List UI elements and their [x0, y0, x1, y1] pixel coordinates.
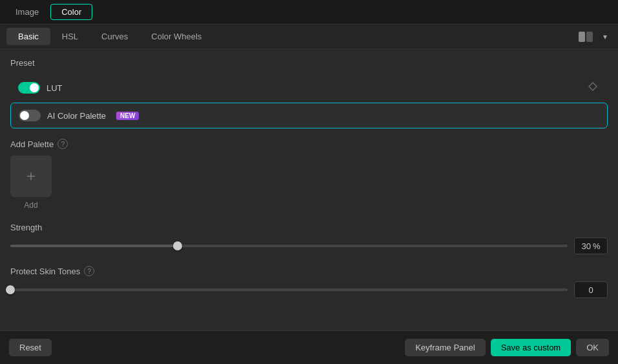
add-palette-item[interactable]: + Add — [10, 156, 52, 210]
strength-value-box[interactable]: 30 % — [574, 238, 608, 254]
lut-label: LUT — [46, 83, 63, 93]
tab-color[interactable]: Color — [50, 4, 92, 20]
svg-rect-0 — [579, 32, 585, 42]
strength-slider-row: 30 % — [10, 238, 608, 254]
reset-button[interactable]: Reset — [9, 339, 52, 356]
protect-skin-tones-label: Protect Skin Tones ? — [10, 266, 608, 276]
add-palette-grid: + Add — [10, 156, 608, 210]
protect-skin-tones-section: Protect Skin Tones ? 0 — [10, 266, 608, 298]
protect-skin-tones-slider-row: 0 — [10, 281, 608, 298]
protect-skin-tones-value-box[interactable]: 0 — [574, 281, 608, 298]
lut-toggle[interactable] — [18, 82, 40, 94]
keyframe-panel-button[interactable]: Keyframe Panel — [405, 339, 486, 356]
protect-skin-tones-info-icon[interactable]: ? — [84, 266, 94, 276]
strength-label: Strength — [10, 223, 608, 232]
secondary-tab-bar: Basic HSL Curves Color Wheels ▾ — [0, 25, 618, 49]
ai-color-palette-row: AI Color Palette NEW — [10, 103, 608, 128]
content-area: Preset LUT AI Color Palette NEW Add Pale… — [0, 49, 618, 346]
ok-button[interactable]: OK — [576, 339, 609, 356]
bottom-right-actions: Keyframe Panel Save as custom OK — [405, 339, 609, 356]
diamond-icon[interactable] — [588, 82, 600, 94]
ai-color-palette-toggle[interactable] — [19, 110, 41, 121]
protect-skin-tones-slider-thumb[interactable] — [6, 285, 15, 294]
strength-section: Strength 30 % — [10, 223, 608, 254]
split-view-icon[interactable] — [577, 30, 595, 44]
tab-curves[interactable]: Curves — [90, 28, 139, 45]
add-palette-info-icon[interactable]: ? — [57, 139, 68, 149]
protect-skin-tones-slider-track[interactable] — [10, 288, 568, 291]
new-badge: NEW — [116, 112, 139, 120]
add-palette-label: Add — [24, 201, 37, 210]
strength-slider-track[interactable] — [10, 245, 568, 247]
svg-marker-2 — [589, 83, 597, 90]
add-palette-button[interactable]: + — [10, 156, 52, 197]
svg-rect-1 — [586, 32, 593, 42]
top-tab-bar: Image Color — [0, 0, 618, 25]
tab-hsl[interactable]: HSL — [50, 28, 90, 45]
save-as-custom-button[interactable]: Save as custom — [491, 339, 572, 356]
ai-color-palette-label: AI Color Palette — [47, 111, 106, 121]
lut-row: LUT — [10, 76, 608, 100]
add-palette-section-label: Add Palette ? — [10, 139, 608, 149]
tab-color-wheels[interactable]: Color Wheels — [139, 28, 213, 45]
chevron-down-icon[interactable]: ▾ — [599, 30, 612, 44]
preset-label: Preset — [10, 58, 608, 68]
tab-basic[interactable]: Basic — [6, 28, 50, 45]
bottom-bar: Reset Keyframe Panel Save as custom OK — [0, 330, 618, 364]
tab-image[interactable]: Image — [5, 5, 49, 19]
strength-slider-thumb[interactable] — [173, 241, 182, 250]
